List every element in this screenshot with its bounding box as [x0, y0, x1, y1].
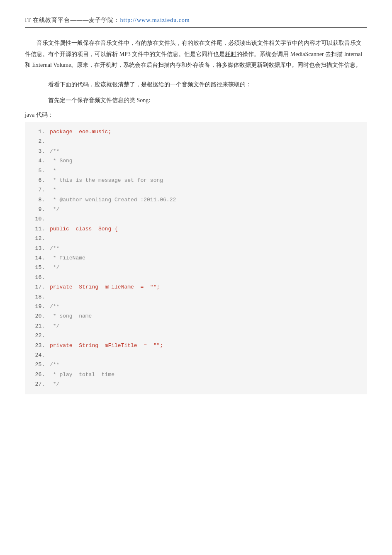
- code-line-15: 15. */: [33, 263, 359, 272]
- code-line-3: 3. /**: [33, 147, 359, 156]
- code-line-1: 1. package eoe.music;: [33, 127, 359, 137]
- code-line-4: 4. * Song: [33, 156, 359, 166]
- code-line-18: 18.: [33, 292, 359, 302]
- header-title: IT 在线教育平台———麦子学院：http://www.maiziedu.com: [25, 17, 190, 23]
- sub-paragraph-3: 首先定一个保存音频文件信息的类 Song:: [25, 95, 367, 106]
- code-line-6: 6. * this is the message set for song: [33, 176, 359, 185]
- code-line-26: 26. * play total time: [33, 370, 359, 379]
- code-line-2: 2.: [33, 137, 359, 146]
- java-label: java 代码：: [25, 111, 367, 119]
- header-section: IT 在线教育平台———麦子学院：http://www.maiziedu.com: [25, 17, 367, 28]
- page-container: IT 在线教育平台———麦子学院：http://www.maiziedu.com…: [0, 0, 392, 411]
- code-line-13: 13. /**: [33, 244, 359, 253]
- code-line-20: 20. * song name: [33, 311, 359, 321]
- code-line-14: 14. * fileName: [33, 253, 359, 263]
- code-line-25: 25. /**: [33, 360, 359, 369]
- code-line-24: 24.: [33, 350, 359, 360]
- sub-paragraph-2: 看看下面的代码，应该就很清楚了，是根据给的一个音频文件的路径来获取的：: [25, 79, 367, 90]
- code-line-5: 5. *: [33, 166, 359, 176]
- site-url: http://www.maiziedu.com: [120, 17, 190, 23]
- code-line-23: 23. private String mFileTitle = "";: [33, 341, 359, 350]
- code-line-10: 10.: [33, 214, 359, 224]
- code-line-22: 22.: [33, 331, 359, 340]
- code-line-19: 19. /**: [33, 302, 359, 311]
- code-line-17: 17. private String mFileName = "";: [33, 282, 359, 292]
- code-line-12: 12.: [33, 234, 359, 243]
- intro-paragraph-1: 音乐文件属性一般保存在音乐文件中，有的放在文件头，有的放在文件尾，必须读出该文件…: [25, 38, 367, 71]
- code-line-9: 9. */: [33, 205, 359, 214]
- code-line-7: 7. *: [33, 185, 359, 195]
- code-line-27: 27. */: [33, 379, 359, 389]
- code-line-21: 21. */: [33, 321, 359, 331]
- code-block: 1. package eoe.music; 2. 3. /** 4. * Son…: [25, 122, 367, 394]
- code-line-11: 11. public class Song {: [33, 224, 359, 234]
- underline-text-2: 保存音频文件信息的类: [77, 97, 135, 103]
- header-text: IT 在线教育平台———麦子学院：: [25, 17, 120, 23]
- underline-text: 耗时: [225, 51, 236, 57]
- code-line-16: 16.: [33, 273, 359, 282]
- code-line-8: 8. * @author wenliang Created :2011.06.2…: [33, 195, 359, 205]
